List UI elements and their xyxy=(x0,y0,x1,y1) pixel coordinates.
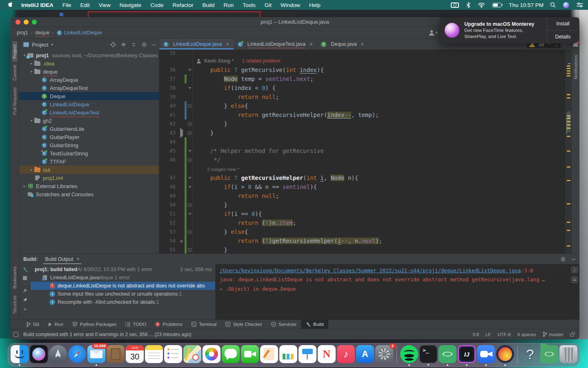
dock-icon-appstore[interactable]: A xyxy=(356,345,374,363)
fold-marker-icon[interactable] xyxy=(187,119,193,128)
close-tab-icon[interactable]: ✕ xyxy=(361,42,364,47)
dock-icon-music[interactable]: ♪ xyxy=(337,345,355,363)
warning-stripe-mark[interactable] xyxy=(567,75,570,76)
tab-linkedlistdequetest-java[interactable]: CLinkedListDequeTest.java✕ xyxy=(234,39,317,49)
project-panel-title[interactable]: Project xyxy=(32,42,48,48)
dock-icon-contacts[interactable] xyxy=(107,345,125,363)
dock-icon-mail[interactable]: 10,588 xyxy=(87,345,105,363)
warning-stripe-mark[interactable] xyxy=(567,136,570,137)
fold-marker-icon[interactable] xyxy=(187,200,193,209)
minimize-panel-icon[interactable]: ─ xyxy=(572,256,575,262)
tree-chevron-icon[interactable]: ▾ xyxy=(29,119,34,123)
tree-row-arraydequetest[interactable]: CArrayDequeTest xyxy=(19,84,159,92)
tree-row--idea[interactable]: ▸.idea xyxy=(19,59,159,67)
spotlight-search-icon[interactable] xyxy=(550,2,556,8)
scroll-to-end-icon[interactable]: ⇊ xyxy=(571,276,578,283)
fold-marker-icon[interactable] xyxy=(187,173,193,182)
more-chevrons-icon[interactable]: » xyxy=(24,306,27,312)
line-separator[interactable]: LF xyxy=(486,332,491,337)
tree-row-deque[interactable]: ▾deque xyxy=(19,67,159,76)
tree-chevron-icon[interactable]: ▾ xyxy=(29,70,34,74)
warning-stripe-mark[interactable] xyxy=(567,73,570,74)
dock-icon-siri[interactable] xyxy=(30,345,48,363)
build-row-1[interactable]: LinkedListDeque.java deque 1 error xyxy=(31,274,215,282)
tool-window-button-python-packages[interactable]: Python Packages xyxy=(68,320,121,329)
stop-build-icon[interactable] xyxy=(23,276,27,280)
rerun-build-hammer-icon[interactable] xyxy=(22,267,28,272)
dock-icon-firefox[interactable] xyxy=(496,345,514,363)
close-icon[interactable]: ✕ xyxy=(76,256,80,262)
expand-all-icon[interactable] xyxy=(131,42,136,47)
tool-window-quick-access-icon[interactable] xyxy=(13,332,18,337)
warning-stripe-mark[interactable] xyxy=(567,222,570,223)
build-wrench-icon[interactable] xyxy=(22,288,28,294)
warning-stripe-mark[interactable] xyxy=(567,97,570,99)
dock-icon-missing[interactable]: ? xyxy=(521,345,539,363)
fold-marker-icon[interactable] xyxy=(187,128,193,137)
tree-row-ttfaf[interactable]: CTTFAF xyxy=(19,157,159,166)
fold-marker-icon[interactable] xyxy=(187,245,193,254)
close-tab-icon[interactable]: ✕ xyxy=(309,42,313,47)
pin-icon[interactable] xyxy=(22,297,28,303)
menubar-item-help[interactable]: Help xyxy=(309,2,321,8)
siri-icon[interactable] xyxy=(563,2,569,8)
dock-icon-reminders[interactable] xyxy=(164,345,182,363)
hide-panel-icon[interactable]: ─ xyxy=(152,42,156,48)
fold-marker-icon[interactable] xyxy=(187,65,193,74)
warning-stripe-mark[interactable] xyxy=(567,166,570,168)
author-annotation[interactable]: Kevin Xiong * xyxy=(204,56,234,65)
dock-icon-calendar[interactable]: JUN30 xyxy=(126,345,144,363)
menubar-item-tools[interactable]: Tools xyxy=(243,2,256,8)
tree-row-linkedlistdeque[interactable]: CLinkedListDeque xyxy=(19,100,159,108)
dock-icon-news[interactable]: N xyxy=(318,345,336,363)
dock-icon-spotify[interactable] xyxy=(400,345,418,363)
tree-chevron-icon[interactable]: ▸ xyxy=(29,61,34,65)
lock-icon[interactable] xyxy=(570,334,574,337)
zoom-window-button[interactable] xyxy=(32,20,37,25)
tool-window-button-run[interactable]: Run xyxy=(44,320,68,329)
tree-chevron-icon[interactable]: ▸ xyxy=(22,184,27,188)
build-row-2[interactable]: !deque.LinkedListDeque is not abstract a… xyxy=(31,282,215,290)
close-window-button[interactable] xyxy=(16,20,20,25)
tool-stripe-commit[interactable]: Commit xyxy=(12,62,17,84)
fold-marker-icon[interactable] xyxy=(187,83,193,92)
build-row-3[interactable]: iSome input files use unchecked or unsaf… xyxy=(31,290,215,298)
dock-icon-zoom[interactable] xyxy=(477,345,495,363)
details-button[interactable]: Details xyxy=(547,31,579,44)
menubar-item-refactor[interactable]: Refactor xyxy=(172,2,193,8)
tool-window-button-services[interactable]: Services xyxy=(267,320,301,329)
tool-window-button-todo[interactable]: TODO xyxy=(121,320,151,329)
build-output-tab[interactable]: Build Output ✕ xyxy=(43,254,81,264)
fold-marker-icon[interactable] xyxy=(187,209,193,218)
menubar-item-git[interactable]: Git xyxy=(265,2,272,8)
dock-icon-facetime[interactable] xyxy=(241,345,259,363)
tree-row-proj1[interactable]: ▾proj1sources root, ~/Documents/Berkeley… xyxy=(19,51,159,59)
editor-area[interactable]: CLinkedListDeque.java✕CLinkedListDequeTe… xyxy=(159,39,571,254)
tree-row-scratches-and-consoles[interactable]: Scratches and Consoles xyxy=(19,190,159,198)
battery-icon[interactable] xyxy=(492,3,501,7)
dock-icon-safari[interactable] xyxy=(68,345,86,363)
menubar-item-file[interactable]: File xyxy=(62,2,71,8)
warning-stripe-mark[interactable] xyxy=(567,180,570,181)
tree-row-guitarplayer[interactable]: CGuitarPlayer xyxy=(19,133,159,141)
tree-row-proj1-iml[interactable]: proj1.iml xyxy=(19,174,159,182)
tree-row-external-libraries[interactable]: ▸External Libraries xyxy=(19,182,159,190)
fold-marker-icon[interactable] xyxy=(187,182,193,191)
warning-stripe-mark[interactable] xyxy=(567,150,570,152)
breadcrumb-item-deque[interactable]: deque xyxy=(35,30,49,36)
tree-row-out[interactable]: ▸out xyxy=(19,166,159,174)
menubar-item-run[interactable]: Run xyxy=(223,2,234,8)
menubar-item-view[interactable]: View xyxy=(99,2,111,8)
dock-icon-numbers[interactable] xyxy=(279,345,297,363)
dock-icon-atom[interactable] xyxy=(439,345,457,363)
tree-row-guitarherolite[interactable]: CGuitarHeroLite xyxy=(19,125,159,133)
dock-icon-messages[interactable] xyxy=(222,345,240,363)
menubar-app-name[interactable]: IntelliJ IDEA xyxy=(21,2,53,8)
tool-window-button-terminal[interactable]: Terminal xyxy=(187,320,221,329)
menubar-item-code[interactable]: Code xyxy=(150,2,163,8)
dock-icon-notes[interactable] xyxy=(145,345,163,363)
dock-icon-launchpad[interactable] xyxy=(49,345,67,363)
tool-window-button-style-checker[interactable]: Style Checker xyxy=(221,320,267,329)
tree-chevron-icon[interactable]: ▸ xyxy=(29,168,34,172)
dock-icon-keynote[interactable] xyxy=(298,345,316,363)
